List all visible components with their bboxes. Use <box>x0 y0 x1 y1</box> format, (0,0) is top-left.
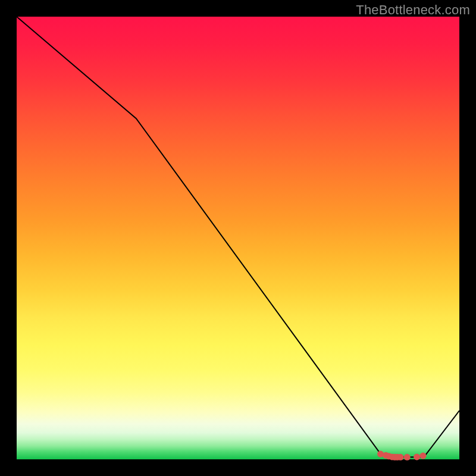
chart-overlay <box>17 17 459 459</box>
data-point <box>414 453 420 460</box>
data-point <box>419 453 426 459</box>
data-point <box>397 454 404 461</box>
data-point-markers <box>377 451 426 461</box>
watermark-text: TheBottleneck.com <box>356 2 470 18</box>
curve-series <box>17 17 459 457</box>
data-point <box>404 454 411 461</box>
chart-canvas: TheBottleneck.com <box>0 0 476 476</box>
main-curve <box>17 17 459 457</box>
